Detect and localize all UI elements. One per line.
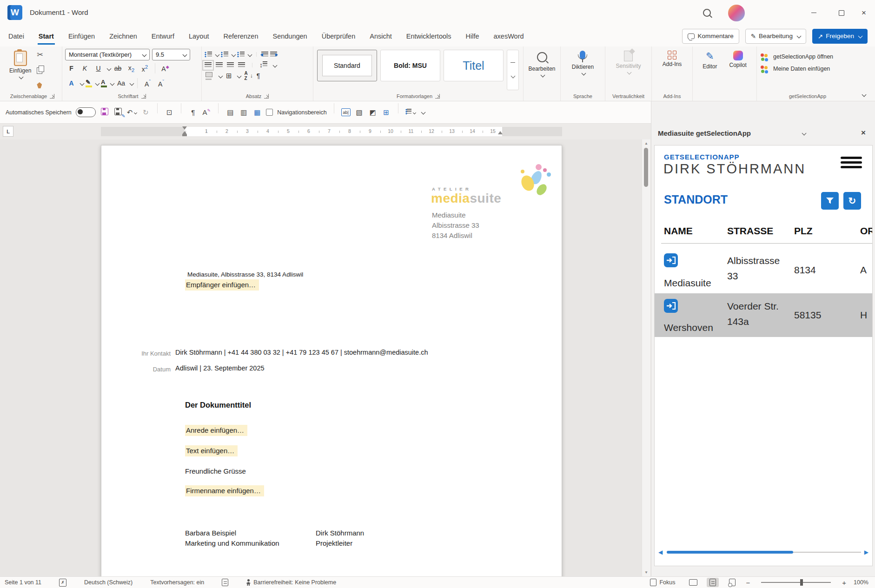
tab-start[interactable]: Start [38,28,55,45]
tab-stop-selector[interactable]: L [3,126,13,137]
highlight-color-button[interactable]: ✎ [85,79,93,87]
task-pane-close-button[interactable]: × [857,128,870,138]
multilevel-list-button[interactable] [237,52,245,58]
zoom-in-button[interactable]: + [842,579,846,587]
two-page-view-button[interactable]: ▥ [239,108,248,117]
sensitivity-button[interactable]: Sensitivity [612,49,644,91]
first-line-indent-marker[interactable] [182,126,187,130]
superscript-button[interactable]: x2 [139,64,151,73]
filter-button[interactable] [821,192,839,210]
font-size-select[interactable]: 9.5 [152,49,190,60]
dictate-button[interactable]: Diktieren [568,49,597,91]
addins-button[interactable]: Add-Ins [658,49,686,91]
style-standard[interactable]: Standard [317,50,377,81]
list-styles-button[interactable] [405,108,416,116]
scroll-up-icon[interactable]: ▲ [642,141,650,145]
line-spacing-button[interactable]: ↕ [259,61,267,69]
navigation-pane-checkbox[interactable] [266,109,273,116]
paragraph-marks-button[interactable]: ¶ [188,108,198,116]
left-indent-marker[interactable] [182,134,187,136]
tab-hilfe[interactable]: Hilfe [465,28,480,45]
style-inspector-button[interactable]: A✎ [202,108,211,116]
col-header-strasse[interactable]: STRASSE [727,225,773,237]
col-header-name[interactable]: NAME [664,225,693,237]
bold-button[interactable]: F [65,65,78,72]
copy-button[interactable] [37,67,42,74]
editor-button[interactable]: ✎ Editor [699,49,721,91]
text-predictions-indicator[interactable]: Textvorhersagen: ein [150,579,204,586]
save-button[interactable] [101,108,108,115]
styles-pane-button[interactable]: ⊡ [165,108,174,117]
save-as-button[interactable] [114,108,122,115]
find-select-button[interactable]: Bearbeiten [524,49,559,91]
autotext-button[interactable]: ab| [341,108,351,116]
justify-button[interactable] [238,62,245,68]
web-layout-button[interactable] [726,578,738,587]
pane-hscrollbar-thumb[interactable] [667,551,793,554]
draft-view-button[interactable]: ▤ [225,108,235,117]
scrollbar-thumb[interactable] [644,148,648,187]
minimize-button[interactable] [802,0,825,26]
body-placeholder[interactable]: Text einfügen… [185,445,238,456]
zoom-out-button[interactable]: − [746,579,750,587]
text-effects-button[interactable]: A [65,79,78,87]
grow-font-button[interactable]: Aˆ [141,79,154,88]
clear-formatting-button[interactable]: A◆ [159,65,172,73]
increase-indent-button[interactable] [270,52,277,58]
cut-button[interactable]: ✂ [37,50,43,59]
tab-zeichnen[interactable]: Zeichnen [108,28,138,45]
table-row[interactable]: Mediasuite Albisstrasse 33 8134 A [655,247,872,292]
tab-einfuegen[interactable]: Einfügen [67,28,96,45]
underline-button[interactable]: U [92,65,105,72]
recipient-placeholder[interactable]: Empfänger einfügen… [185,279,259,291]
right-indent-marker[interactable] [498,131,503,134]
proofing-status-button[interactable]: ✗ [59,579,66,587]
field-shading-button[interactable]: ▧ [355,108,364,117]
align-left-button[interactable] [205,62,212,68]
company-placeholder[interactable]: Firmenname einfügen… [185,485,264,496]
document-page[interactable]: ATELIER mediasuite Mediasuite Albisstras… [101,145,562,576]
tab-entwicklertools[interactable]: Entwicklertools [405,28,452,45]
autosave-toggle[interactable] [76,107,96,117]
styles-gallery-more-button[interactable] [507,50,519,90]
refresh-button[interactable]: ↻ [843,192,861,210]
font-name-select[interactable]: Montserrat (Textkörper) [65,49,150,60]
style-titel[interactable]: Titel [444,50,504,81]
search-button[interactable] [696,0,718,26]
strikethrough-button[interactable]: ab [112,65,124,72]
maximize-button[interactable] [830,0,853,26]
hanging-indent-marker[interactable] [182,131,187,134]
redo-button[interactable]: ↻ [141,108,150,117]
shading-button[interactable] [205,72,213,80]
salutation-placeholder[interactable]: Anrede einfügen… [185,425,247,436]
paste-button[interactable]: Einfügen [6,49,35,91]
borders-button[interactable]: ⊞ [226,72,232,80]
customize-qat-button[interactable] [421,110,425,115]
gridlines-button[interactable]: ▦ [252,108,262,117]
tab-ansicht[interactable]: Ansicht [369,28,393,45]
tab-layout[interactable]: Layout [188,28,210,45]
close-button[interactable]: × [853,0,875,26]
gsa-insert-button[interactable]: Meine Daten einfügen [760,63,855,75]
scroll-down-icon[interactable]: ▼ [642,570,650,575]
format-painter-button[interactable] [37,82,42,88]
tab-ueberpruefen[interactable]: Überprüfen [321,28,357,45]
sort-button[interactable]: AZ [245,71,248,81]
page-indicator[interactable]: Seite 1 von 11 [5,579,41,586]
zoom-slider[interactable] [761,582,831,583]
pane-scroll-right-icon[interactable]: ▶ [864,549,868,555]
undo-button[interactable]: ↶ [127,108,137,117]
tab-axesword[interactable]: axesWord [493,28,525,45]
tab-referenzen[interactable]: Referenzen [223,28,259,45]
insert-record-icon[interactable] [664,253,678,267]
dialog-launcher-icon[interactable] [435,94,440,99]
subscript-button[interactable]: x2 [125,64,138,73]
align-right-button[interactable] [227,62,234,68]
language-indicator[interactable]: Deutsch (Schweiz) [84,579,133,586]
col-header-plz[interactable]: PLZ [794,225,813,237]
font-color-button[interactable]: A [100,79,108,87]
accessibility-status[interactable]: Barrierefreiheit: Keine Probleme [246,579,336,586]
style-bold-msu[interactable]: Bold: MSU [380,50,440,81]
read-mode-button[interactable] [687,578,699,587]
collapse-ribbon-button[interactable] [862,92,867,97]
